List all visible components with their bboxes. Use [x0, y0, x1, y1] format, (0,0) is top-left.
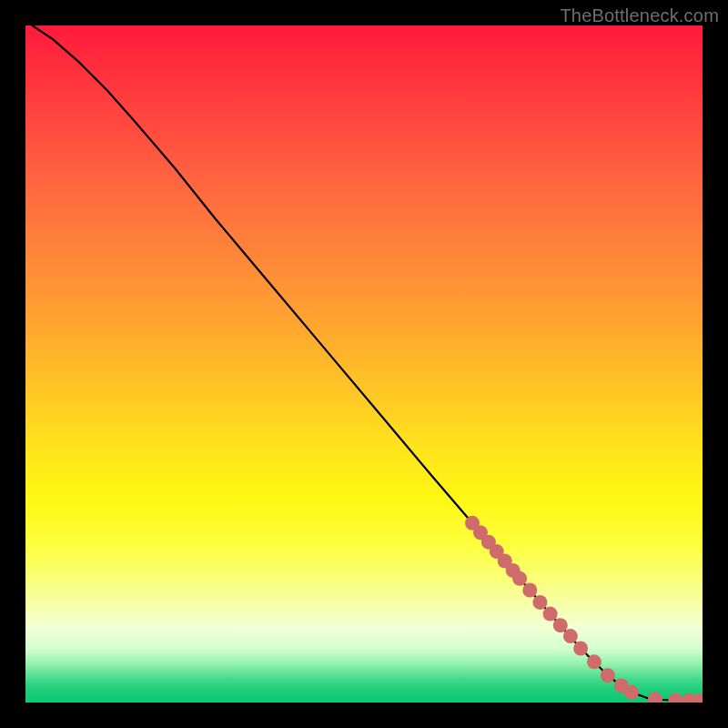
data-point [601, 668, 615, 682]
data-point [498, 554, 512, 569]
data-point [532, 595, 547, 610]
data-point [522, 583, 537, 598]
plot-area [25, 25, 703, 703]
data-point [573, 641, 588, 655]
data-point [692, 693, 703, 703]
data-point [624, 685, 639, 700]
chart-overlay [25, 25, 703, 703]
data-point [465, 516, 480, 531]
scatter-points [465, 516, 703, 703]
data-point [614, 678, 629, 693]
data-point [668, 693, 682, 703]
data-point [512, 571, 527, 586]
data-point [481, 535, 496, 550]
data-point [587, 654, 602, 669]
curve-line [32, 25, 699, 701]
data-point [648, 692, 662, 703]
data-point [563, 629, 578, 643]
data-point [682, 693, 696, 703]
data-point [543, 607, 558, 622]
data-point [473, 525, 488, 540]
chart-frame: TheBottleneck.com [0, 0, 728, 728]
data-point [506, 563, 521, 578]
data-point [490, 544, 504, 559]
data-point [553, 618, 568, 632]
watermark-label: TheBottleneck.com [560, 5, 719, 26]
